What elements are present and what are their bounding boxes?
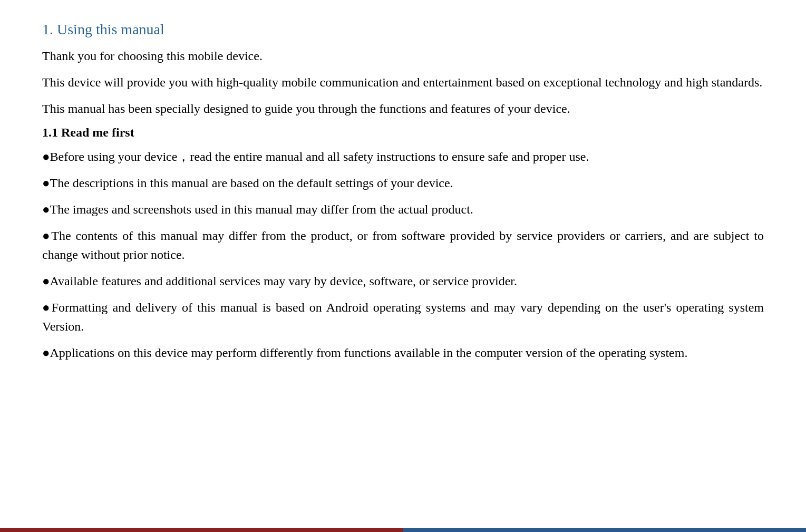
bullet-item-5: ●Available features and additional servi… <box>42 272 764 291</box>
paragraph-3: This manual has been specially designed … <box>42 99 764 118</box>
subsection-heading: 1.1 Read me first <box>42 125 764 140</box>
bullet-item-6: ●Formatting and delivery of this manual … <box>42 298 764 336</box>
paragraph-1: Thank you for choosing this mobile devic… <box>42 46 764 65</box>
paragraph-2: This device will provide you with high-q… <box>42 73 764 92</box>
bullet-item-7: ●Applications on this device may perform… <box>42 343 764 362</box>
bullet-item-2: ●The descriptions in this manual are bas… <box>42 173 764 192</box>
section-heading: 1. Using this manual <box>42 21 764 38</box>
bullet-item-4: ●The contents of this manual may differ … <box>42 226 764 264</box>
page-container: 1. Using this manual Thank you for choos… <box>0 0 806 532</box>
bottom-bar <box>0 528 806 532</box>
bullet-item-1: ●Before using your device，read the entir… <box>42 147 764 166</box>
bullet-item-3: ●The images and screenshots used in this… <box>42 200 764 219</box>
